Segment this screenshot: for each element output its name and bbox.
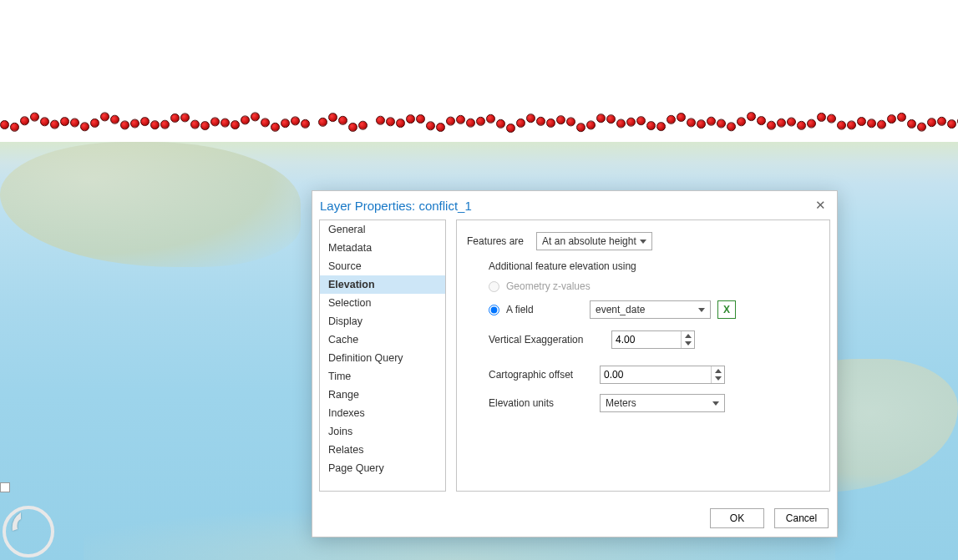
category-list[interactable]: GeneralMetadataSourceElevationSelectionD… [319,219,446,492]
features-are-label: Features are [467,235,524,247]
map-landmass [0,142,301,267]
expression-builder-button[interactable]: X [717,300,736,319]
field-dropdown-value: event_date [596,304,645,315]
sidebar-item-elevation[interactable]: Elevation [320,275,445,294]
elevation-units-dropdown[interactable]: Meters [600,394,725,412]
layer-properties-dialog: Layer Properties: conflict_1 ✕ GeneralMe… [312,190,838,537]
elevation-units-label: Elevation units [489,397,587,409]
geometry-z-values-radio [489,281,499,292]
expression-icon: X [723,304,730,315]
features-are-dropdown[interactable]: At an absolute height [536,232,652,250]
dialog-titlebar: Layer Properties: conflict_1 ✕ [312,191,837,219]
geometry-z-values-label: Geometry z-values [506,280,591,292]
navigator-compass[interactable] [3,506,54,557]
sidebar-item-relates[interactable]: Relates [320,441,445,459]
elevation-units-value: Meters [606,397,636,409]
sidebar-item-display[interactable]: Display [320,312,445,330]
spinner-arrows-icon[interactable] [711,366,724,383]
cancel-button[interactable]: Cancel [774,508,829,528]
sidebar-item-range[interactable]: Range [320,386,445,404]
sidebar-item-selection[interactable]: Selection [320,294,445,312]
view-handle[interactable] [0,482,10,492]
sidebar-item-page-query[interactable]: Page Query [320,459,445,477]
field-dropdown[interactable]: event_date [590,300,711,319]
sidebar-item-source[interactable]: Source [320,257,445,275]
cartographic-offset-spinner[interactable] [600,366,725,384]
geometry-z-values-radio-row: Geometry z-values [489,280,819,292]
vertical-exaggeration-input[interactable] [612,334,672,346]
sidebar-item-joins[interactable]: Joins [320,422,445,441]
cartographic-offset-label: Cartographic offset [489,369,587,381]
a-field-label: A field [506,304,583,315]
additional-elevation-header: Additional feature elevation using [489,260,819,272]
close-icon[interactable]: ✕ [812,194,829,216]
feature-points-strip [0,107,958,137]
sidebar-item-cache[interactable]: Cache [320,330,445,349]
sidebar-item-definition-query[interactable]: Definition Query [320,349,445,367]
sidebar-item-general[interactable]: General [320,220,445,239]
sidebar-item-time[interactable]: Time [320,367,445,386]
sidebar-item-metadata[interactable]: Metadata [320,239,445,257]
vertical-exaggeration-label: Vertical Exaggeration [489,334,599,346]
dialog-title: Layer Properties: conflict_1 [320,199,472,213]
elevation-panel: Features are At an absolute height Addit… [456,219,830,492]
spinner-arrows-icon[interactable] [681,331,694,348]
features-are-value: At an absolute height [542,235,636,247]
sidebar-item-indexes[interactable]: Indexes [320,404,445,422]
vertical-exaggeration-spinner[interactable] [611,330,695,349]
a-field-radio[interactable] [489,305,499,315]
cartographic-offset-input[interactable] [601,369,701,381]
ok-button[interactable]: OK [710,508,764,528]
a-field-radio-row[interactable]: A field event_date X [489,300,819,319]
